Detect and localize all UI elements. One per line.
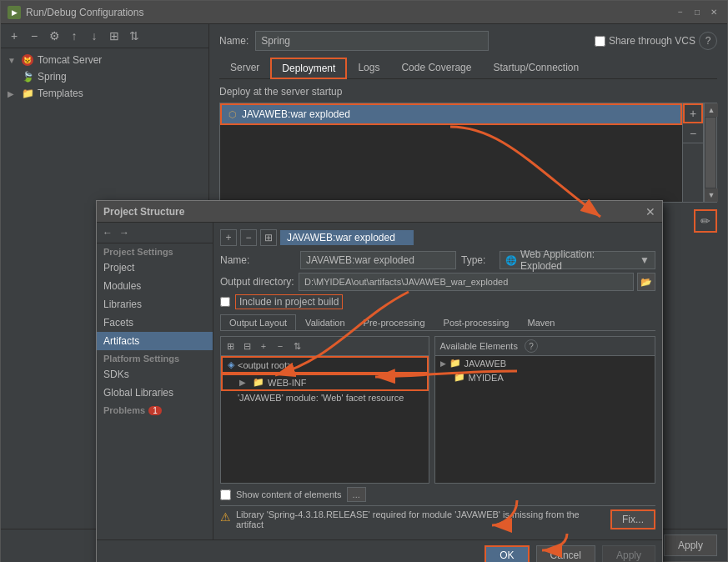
show-content-button[interactable]: ... (347, 487, 366, 502)
artifact-add-button[interactable]: + (220, 229, 237, 246)
nav-item-artifacts[interactable]: Artifacts (97, 332, 213, 350)
dialog-body: ← → Project Settings Project Modules Lib… (97, 223, 662, 539)
nav-back-button[interactable]: ← (100, 225, 115, 240)
browse-dir-button[interactable]: 📂 (637, 273, 655, 291)
sidebar-item-spring[interactable]: 🍃 Spring (1, 68, 208, 85)
nav-forward-button[interactable]: → (117, 225, 132, 240)
scroll-down-button[interactable]: ▼ (705, 188, 718, 202)
tab-server[interactable]: Server (219, 58, 270, 78)
minimize-button[interactable]: − (674, 6, 687, 19)
tab-startup-connection[interactable]: Startup/Connection (482, 58, 590, 78)
available-help-button[interactable]: ? (525, 339, 538, 353)
tomcat-icon: 🐱 (21, 53, 34, 67)
output-layout-area: ⊞ ⊟ + − ⇅ ◈ <output root> ▶ 📁 (220, 336, 655, 484)
tree-tool-btn-5[interactable]: ⇅ (289, 339, 304, 354)
art-tab-output-layout[interactable]: Output Layout (220, 314, 296, 330)
copy-config-button[interactable]: ⚙ (46, 28, 63, 44)
show-content-checkbox[interactable] (220, 489, 231, 500)
remove-config-button[interactable]: − (26, 28, 43, 44)
nav-item-facets[interactable]: Facets (97, 314, 213, 332)
dialog-left-panel: ← → Project Settings Project Modules Lib… (97, 223, 213, 539)
artifact-copy-button[interactable]: ⊞ (260, 229, 277, 246)
art-tab-pre-processing[interactable]: Pre-processing (354, 314, 434, 330)
scroll-up-button[interactable]: ▲ (705, 103, 718, 117)
selected-artifact-tag: JAVAWEB:war exploded (280, 230, 414, 245)
spring-icon: 🍃 (21, 70, 34, 83)
artifact-type-text: Web Application: Exploded (520, 248, 636, 272)
avail-item-myidea[interactable]: 📁 MYIDEA (435, 370, 655, 384)
art-tab-validation[interactable]: Validation (296, 314, 354, 330)
output-root-icon: ◈ (228, 359, 234, 370)
nav-item-global-libraries[interactable]: Global Libraries (97, 384, 213, 402)
output-tree-panel: ⊞ ⊟ + − ⇅ ◈ <output root> ▶ 📁 (220, 336, 429, 484)
vertical-scrollbar[interactable]: ▲ ▼ (704, 103, 717, 203)
available-elements-label: Available Elements (440, 341, 518, 351)
tab-code-coverage[interactable]: Code Coverage (390, 58, 482, 78)
deploy-section-label: Deploy at the server startup (219, 86, 717, 98)
nav-item-libraries[interactable]: Libraries (97, 295, 213, 314)
artifact-name-input[interactable] (300, 251, 456, 269)
tab-deployment[interactable]: Deployment (270, 58, 347, 79)
fix-button[interactable]: Fix... (610, 509, 655, 529)
output-root-label: <output root> (238, 360, 292, 370)
project-settings-section: Project Settings (97, 243, 213, 258)
webinf-expand-arrow: ▶ (239, 378, 249, 387)
sidebar-item-tomcat[interactable]: ▼ 🐱 Tomcat Server (1, 52, 208, 68)
deploy-list-container: ⬡ JAVAWEB:war exploded + − ▲ ▼ (219, 103, 717, 203)
move-up-button[interactable]: ↑ (66, 28, 83, 44)
art-tab-maven[interactable]: Maven (518, 314, 564, 330)
deploy-list-item-javaweb[interactable]: ⬡ JAVAWEB:war exploded (220, 103, 682, 125)
share-help-button[interactable]: ? (699, 32, 717, 50)
close-button[interactable]: ✕ (707, 6, 720, 19)
web-app-icon: 🌐 (505, 255, 517, 266)
share-vcs-checkbox[interactable] (595, 36, 605, 47)
tree-node-module-resource[interactable]: 'JAVAWEB' module: 'Web' facet resource (221, 391, 429, 404)
window-titlebar: ▶ Run/Debug Configurations − □ ✕ (1, 1, 727, 24)
module-resource-label: 'JAVAWEB' module: 'Web' facet resource (238, 393, 404, 403)
add-config-button[interactable]: + (6, 28, 23, 44)
expand-arrow-templates: ▶ (8, 89, 18, 98)
javaweb-folder-icon: 📁 (449, 358, 461, 369)
edit-artifact-button[interactable]: ✏ (694, 209, 717, 233)
include-checkbox[interactable] (220, 297, 230, 307)
maximize-button[interactable]: □ (690, 6, 704, 19)
move-down-button[interactable]: ↓ (86, 28, 103, 44)
problems-row: Problems 1 (97, 402, 213, 419)
tree-node-webinf[interactable]: ▶ 📁 WEB-INF (221, 374, 429, 391)
sidebar-item-templates[interactable]: ▶ 📁 Templates (1, 85, 208, 102)
artifact-type-label: Type: (461, 254, 495, 266)
nav-item-project[interactable]: Project (97, 258, 213, 277)
deploy-add-button[interactable]: + (683, 103, 703, 123)
tree-tool-btn-4[interactable]: − (273, 339, 288, 354)
art-tab-post-processing[interactable]: Post-processing (434, 314, 519, 330)
output-tree-toolbar: ⊞ ⊟ + − ⇅ (221, 337, 429, 356)
sort-button[interactable]: ⇅ (126, 28, 143, 44)
dialog-apply-button[interactable]: Apply (602, 545, 655, 562)
webinf-folder-icon: 📁 (253, 377, 264, 388)
dialog-close-button[interactable]: ✕ (645, 205, 655, 218)
dialog-nav-toolbar: ← → (97, 223, 213, 243)
tree-tool-btn-1[interactable]: ⊞ (223, 339, 238, 354)
show-content-label: Show content of elements (236, 489, 342, 499)
avail-item-javaweb[interactable]: ▶ 📁 JAVAWEB (435, 356, 655, 370)
tab-logs[interactable]: Logs (347, 58, 390, 78)
tree-tool-btn-2[interactable]: ⊟ (239, 339, 254, 354)
artifact-name-row: Name: Type: 🌐 Web Application: Exploded … (220, 251, 655, 269)
dialog-cancel-button[interactable]: Cancel (536, 545, 595, 562)
name-input[interactable] (255, 31, 489, 51)
run-debug-apply-button[interactable]: Apply (664, 534, 717, 556)
share-checkbox-row: Share through VCS ? (595, 32, 717, 50)
project-structure-dialog: Project Structure ✕ ← → Project Settings… (96, 200, 663, 562)
nav-item-sdks[interactable]: SDKs (97, 365, 213, 384)
nav-item-modules[interactable]: Modules (97, 277, 213, 295)
output-dir-input[interactable] (299, 273, 634, 291)
dialog-footer: OK Cancel Apply (97, 539, 662, 562)
dialog-ok-button[interactable]: OK (484, 545, 529, 562)
artifact-remove-button[interactable]: − (240, 229, 257, 246)
folder-button[interactable]: ⊞ (106, 28, 123, 44)
tree-tool-btn-3[interactable]: + (256, 339, 271, 354)
templates-label: Templates (38, 88, 83, 99)
deploy-remove-button[interactable]: − (683, 123, 703, 143)
window-title: Run/Debug Configurations (26, 7, 143, 18)
tree-node-output-root[interactable]: ◈ <output root> (221, 356, 429, 374)
